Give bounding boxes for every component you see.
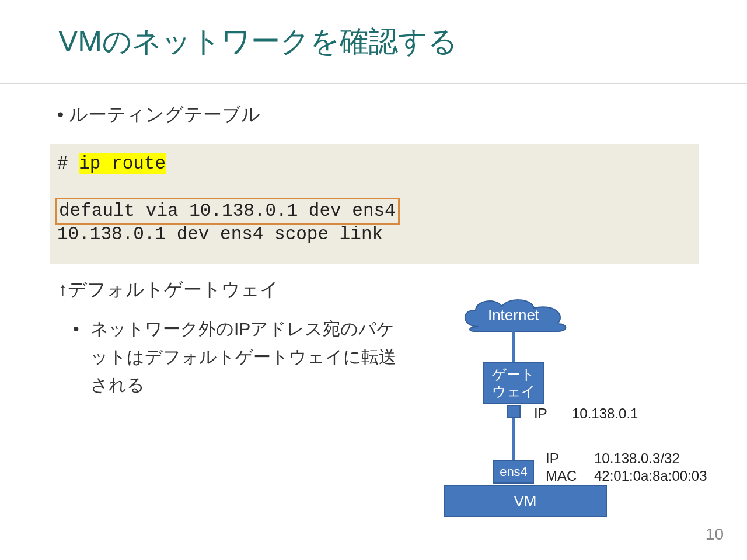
slide: VMのネットワークを確認する ルーティングテーブル # ip route def…: [0, 0, 747, 560]
bullet-routing-table: ルーティングテーブル: [57, 102, 260, 128]
sub-bullet-text: ネットワーク外のIPアドレス宛のパケットはデフォルトゲートウェイに転送される: [90, 319, 396, 394]
vm-box: VM: [444, 485, 607, 517]
page-number: 10: [706, 525, 724, 544]
bullet-dot: •: [73, 315, 79, 343]
connector-cloud-gateway: [512, 330, 515, 362]
highlighted-command: ip route: [79, 153, 166, 174]
code-blank-line: [57, 176, 692, 199]
network-diagram: Internet ゲート ウェイ IP 10.138.0.1 IP 10.138…: [444, 292, 735, 548]
ens4-interface-box: ens4: [493, 460, 534, 484]
title-divider: [0, 83, 747, 84]
gateway-label-line1: ゲート: [492, 366, 535, 382]
code-line-2-wrap: default via 10.138.0.1 dev ens4: [57, 200, 692, 223]
vm-mac-value: 42:01:0a:8a:00:03: [594, 468, 707, 484]
gateway-ip-label: IP: [534, 405, 547, 422]
vm-ip-label: IP: [546, 450, 559, 467]
gateway-box: ゲート ウェイ: [483, 362, 544, 404]
slide-title: VMのネットワークを確認する: [58, 22, 458, 61]
gateway-port: [507, 405, 521, 418]
internet-label: Internet: [455, 298, 572, 332]
code-line-3: 10.138.0.1 dev ens4 scope link: [57, 223, 692, 246]
gateway-ip-value: 10.138.0.1: [572, 405, 638, 422]
code-line-1: # ip route: [57, 152, 692, 176]
default-gateway-note: ↑デフォルトゲートウェイ: [58, 277, 279, 303]
vm-mac-label: MAC: [546, 468, 577, 484]
internet-cloud: Internet: [455, 298, 572, 332]
gateway-label-line2: ウェイ: [492, 383, 536, 399]
code-block: # ip route default via 10.138.0.1 dev en…: [50, 144, 699, 264]
prompt-hash: #: [57, 153, 79, 174]
boxed-default-route: default via 10.138.0.1 dev ens4: [55, 198, 400, 225]
sub-bullet-explanation: • ネットワーク外のIPアドレス宛のパケットはデフォルトゲートウェイに転送される: [90, 315, 406, 399]
vm-ip-value: 10.138.0.3/32: [594, 450, 680, 467]
connector-gateway-vm: [512, 418, 515, 461]
